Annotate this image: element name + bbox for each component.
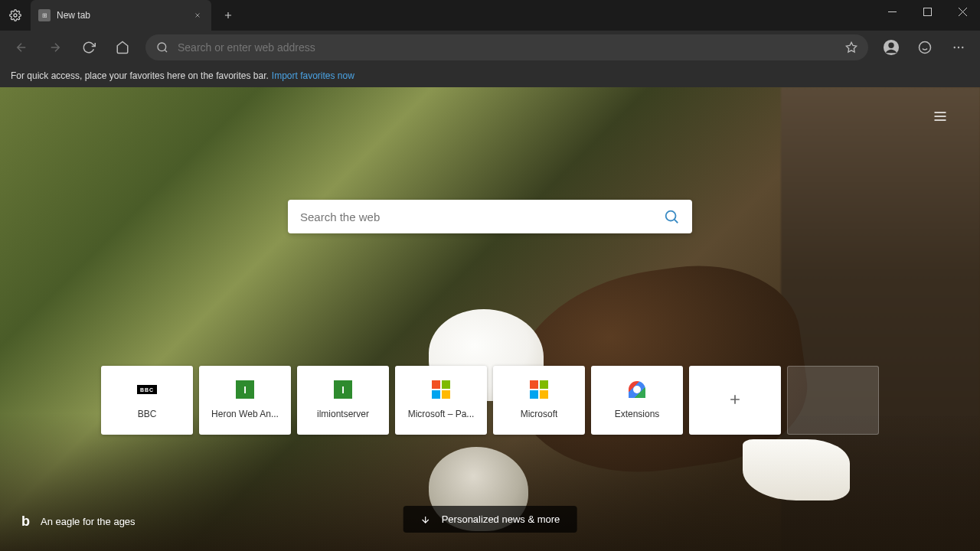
tab-title: New tab xyxy=(57,10,185,21)
window-controls xyxy=(874,0,980,31)
tab-favicon-icon: ⊞ xyxy=(38,9,51,21)
svg-point-2 xyxy=(158,43,166,51)
maximize-button[interactable] xyxy=(910,0,945,23)
svg-point-8 xyxy=(958,47,959,48)
web-search-box[interactable] xyxy=(288,200,692,233)
feedback-button[interactable] xyxy=(910,34,940,61)
tile-heron[interactable]: I Heron Web An... xyxy=(199,366,291,435)
bing-icon: b xyxy=(21,514,30,530)
tile-label: BBC xyxy=(138,409,157,419)
tile-microsoft[interactable]: Microsoft xyxy=(493,366,585,435)
favorite-icon[interactable] xyxy=(845,41,858,54)
svg-point-0 xyxy=(14,14,17,17)
tile-placeholder xyxy=(787,366,879,435)
address-input[interactable] xyxy=(178,41,836,54)
new-tab-content: BBC BBC I Heron Web An... I ilmiontserve… xyxy=(0,87,980,551)
refresh-button[interactable] xyxy=(74,34,104,61)
browser-settings-button[interactable] xyxy=(0,0,31,31)
browser-tab[interactable]: ⊞ New tab xyxy=(31,0,211,31)
tile-label: ilmiontserver xyxy=(317,409,369,419)
minimize-button[interactable] xyxy=(874,0,910,23)
home-button[interactable] xyxy=(107,34,138,61)
site-icon: I xyxy=(235,380,255,399)
add-tile-button[interactable] xyxy=(689,366,781,435)
microsoft-icon xyxy=(529,380,549,399)
import-favorites-link[interactable]: Import favorites now xyxy=(272,70,354,81)
titlebar: ⊞ New tab xyxy=(0,0,980,31)
svg-point-6 xyxy=(920,42,931,54)
search-icon[interactable] xyxy=(663,208,680,225)
caption-text: An eagle for the ages xyxy=(41,516,136,527)
arrow-down-icon xyxy=(420,514,431,525)
background-caption[interactable]: b An eagle for the ages xyxy=(21,514,136,530)
svg-point-5 xyxy=(888,43,893,48)
menu-button[interactable] xyxy=(943,34,974,61)
profile-button[interactable] xyxy=(876,34,906,61)
favorites-hint: For quick access, place your favorites h… xyxy=(11,70,269,81)
forward-button[interactable] xyxy=(40,34,70,61)
tile-extensions[interactable]: Extensions xyxy=(591,366,683,435)
quick-links: BBC BBC I Heron Web An... I ilmiontserve… xyxy=(101,366,879,435)
tile-ilmiontserver[interactable]: I ilmiontserver xyxy=(297,366,389,435)
svg-marker-3 xyxy=(846,42,856,52)
new-tab-button[interactable] xyxy=(216,0,240,31)
close-window-button[interactable] xyxy=(945,0,980,23)
svg-point-7 xyxy=(954,47,956,48)
tile-label: Microsoft – Pa... xyxy=(408,409,475,419)
page-settings-button[interactable] xyxy=(926,103,954,130)
favorites-bar: For quick access, place your favorites h… xyxy=(0,64,980,87)
news-button-label: Personalized news & more xyxy=(442,514,560,525)
microsoft-icon xyxy=(431,380,451,399)
tile-label: Microsoft xyxy=(521,409,558,419)
search-icon xyxy=(156,41,168,54)
toolbar xyxy=(0,31,980,64)
personalized-news-button[interactable]: Personalized news & more xyxy=(403,506,577,533)
tile-bbc[interactable]: BBC BBC xyxy=(101,366,193,435)
svg-point-9 xyxy=(962,47,963,48)
site-icon: I xyxy=(333,380,353,399)
tile-label: Heron Web An... xyxy=(211,409,279,419)
extensions-icon xyxy=(627,380,647,399)
tile-microsoft-pa[interactable]: Microsoft – Pa... xyxy=(395,366,487,435)
web-search-input[interactable] xyxy=(300,210,663,223)
back-button[interactable] xyxy=(6,34,37,61)
bbc-icon: BBC xyxy=(137,380,157,399)
svg-point-10 xyxy=(666,211,676,221)
tile-label: Extensions xyxy=(615,409,660,419)
close-tab-button[interactable] xyxy=(191,9,204,21)
address-bar[interactable] xyxy=(145,34,868,60)
svg-rect-1 xyxy=(923,8,931,15)
